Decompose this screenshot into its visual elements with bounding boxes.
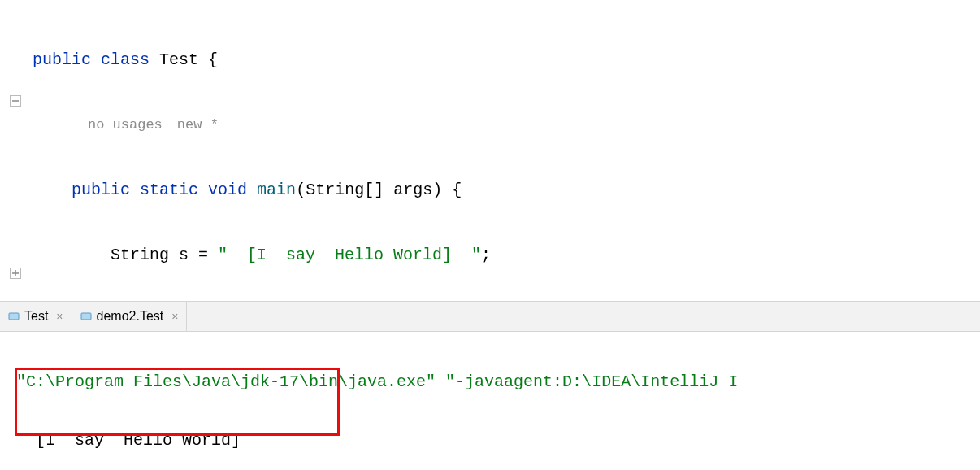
run-config-icon (8, 311, 20, 322)
tab-label: Test (24, 309, 48, 324)
keyword-class: class (101, 50, 150, 69)
code-line[interactable]: public class Test { (33, 44, 980, 76)
svg-rect-6 (81, 313, 91, 320)
class-name: Test { (150, 50, 218, 69)
fold-minus-icon[interactable] (10, 94, 21, 106)
close-icon[interactable]: × (56, 310, 63, 323)
fold-handle-icon[interactable] (10, 267, 21, 278)
console-line: [I say Hello World] (16, 426, 964, 455)
code-line[interactable]: String s = " [I say Hello World] "; (33, 239, 980, 272)
gutter (0, 0, 28, 301)
console-output[interactable]: "C:\Program Files\Java\jdk-17\bin\java.e… (0, 332, 980, 470)
run-config-icon (80, 311, 92, 322)
inlay-hints[interactable]: no usagesnew * (33, 109, 980, 141)
close-icon[interactable]: × (171, 310, 178, 323)
keyword-static: static (140, 181, 198, 199)
console-command-line: "C:\Program Files\Java\jdk-17\bin\java.e… (16, 368, 964, 397)
vcs-hint[interactable]: new * (177, 117, 219, 133)
keyword-public: public (72, 181, 130, 199)
svg-rect-5 (9, 313, 19, 320)
run-tab-demo2[interactable]: demo2.Test × (72, 302, 188, 331)
code-line[interactable]: public static void main(String[] args) { (33, 174, 980, 207)
method-sig: (String[] args) { (296, 181, 462, 199)
tab-label: demo2.Test (97, 309, 164, 324)
code-text: ; (481, 246, 491, 264)
code-pane[interactable]: public class Test { no usagesnew * publi… (0, 0, 980, 301)
code-text: String s = (111, 246, 218, 264)
keyword-void: void (208, 181, 247, 199)
run-tab-test[interactable]: Test × (0, 302, 72, 331)
console-cmd-text: "C:\Program Files\Java\jdk-17\bin\java.e… (16, 372, 436, 391)
run-tabs-bar: Test × demo2.Test × (0, 301, 980, 332)
code-editor[interactable]: public class Test { no usagesnew * publi… (0, 0, 980, 301)
string-literal: " [I say Hello World] " (218, 246, 481, 264)
usages-hint[interactable]: no usages (88, 117, 163, 133)
keyword-public: public (33, 50, 91, 69)
method-name: main (257, 181, 296, 199)
console-cmd-text: "-javaagent:D:\IDEA\IntelliJ I (436, 372, 738, 391)
